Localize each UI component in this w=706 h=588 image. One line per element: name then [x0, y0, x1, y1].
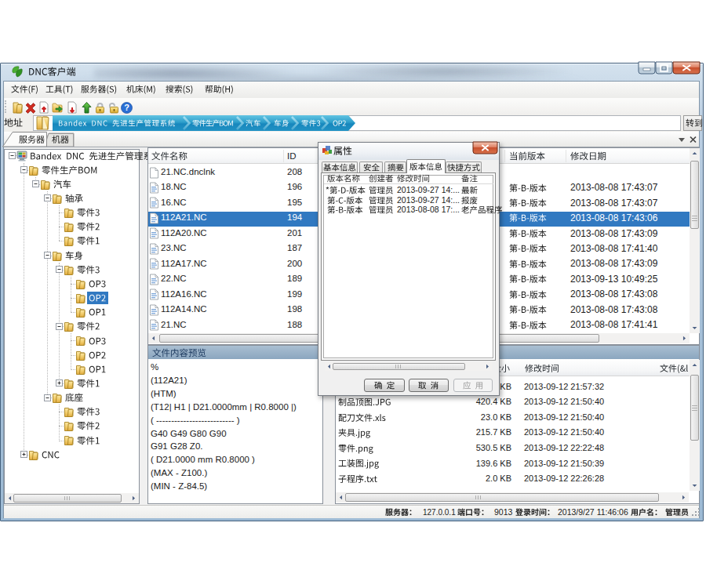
svg-text:?: ?: [124, 103, 129, 112]
